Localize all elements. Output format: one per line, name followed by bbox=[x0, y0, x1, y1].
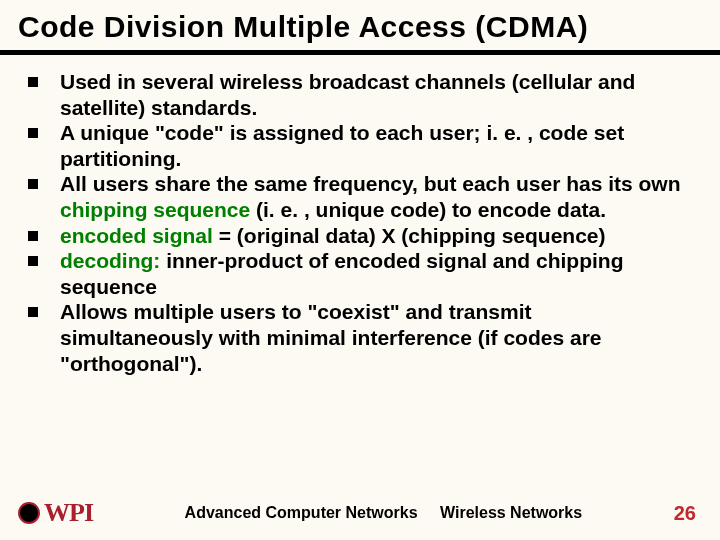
course-name: Advanced Computer Networks bbox=[185, 504, 418, 521]
list-item: Used in several wireless broadcast chann… bbox=[28, 69, 684, 120]
bullet-highlight: decoding: bbox=[60, 249, 160, 272]
bullet-list: Used in several wireless broadcast chann… bbox=[0, 67, 720, 376]
list-item: decoding: inner-product of encoded signa… bbox=[28, 248, 684, 299]
footer-center: Advanced Computer Networks Wireless Netw… bbox=[93, 504, 674, 522]
bullet-marker bbox=[28, 77, 38, 87]
list-item: encoded signal = (original data) X (chip… bbox=[28, 223, 684, 249]
bullet-text: A unique "code" is assigned to each user… bbox=[60, 121, 624, 170]
bullet-marker bbox=[28, 128, 38, 138]
logo-text: WPI bbox=[44, 498, 93, 528]
title-rule bbox=[0, 50, 720, 55]
bullet-text: All users share the same frequency, but … bbox=[60, 172, 681, 195]
footer: WPI Advanced Computer Networks Wireless … bbox=[0, 498, 720, 528]
list-item: Allows multiple users to "coexist" and t… bbox=[28, 299, 684, 376]
bullet-text: Allows multiple users to "coexist" and t… bbox=[60, 300, 602, 374]
page-number: 26 bbox=[674, 502, 696, 525]
bullet-marker bbox=[28, 179, 38, 189]
bullet-text: = (original data) X (chipping sequence) bbox=[213, 224, 606, 247]
bullet-text: Used in several wireless broadcast chann… bbox=[60, 70, 635, 119]
list-item: All users share the same frequency, but … bbox=[28, 171, 684, 222]
bullet-marker bbox=[28, 231, 38, 241]
bullet-marker bbox=[28, 256, 38, 266]
bullet-highlight: encoded signal bbox=[60, 224, 213, 247]
topic-name: Wireless Networks bbox=[440, 504, 582, 521]
slide-title: Code Division Multiple Access (CDMA) bbox=[0, 0, 720, 50]
list-item: A unique "code" is assigned to each user… bbox=[28, 120, 684, 171]
bullet-highlight: chipping sequence bbox=[60, 198, 250, 221]
bullet-marker bbox=[28, 307, 38, 317]
wpi-logo: WPI bbox=[18, 498, 93, 528]
bullet-text: (i. e. , unique code) to encode data. bbox=[250, 198, 606, 221]
logo-head-icon bbox=[18, 502, 40, 524]
